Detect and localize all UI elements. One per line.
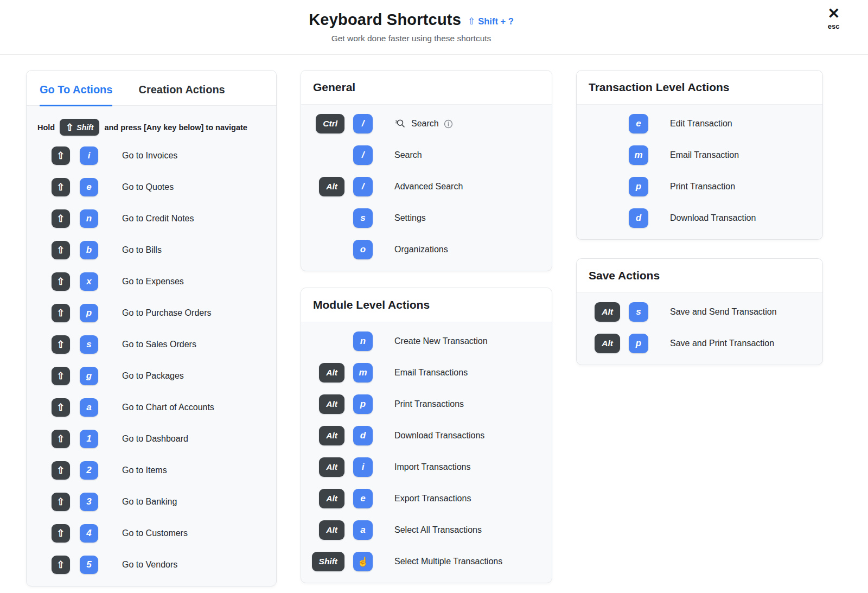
shortcut-label: Save and Print Transaction xyxy=(670,339,774,348)
shift-key-badge: ⇧ xyxy=(52,461,70,480)
shortcut-label: Email Transaction xyxy=(670,150,739,160)
modifier-key-badge: Alt xyxy=(319,394,344,414)
shift-key-badge: ⇧ Shift xyxy=(60,119,99,136)
section-header: Save Actions xyxy=(577,259,822,293)
shortcut-row: ⇧ 4 Go to Customers xyxy=(27,518,276,549)
card-module-level-actions: Module Level Actions n Create New Transa… xyxy=(301,288,552,583)
shift-key-badge: ⇧ xyxy=(52,241,70,259)
shift-icon: ⇧ xyxy=(56,497,65,507)
shortcut-label: Go to Vendors xyxy=(122,560,177,570)
shortcut-label: Create New Transaction xyxy=(394,336,488,346)
shortcut-row: p Print Transaction xyxy=(577,171,822,202)
zia-search-icon xyxy=(394,118,406,130)
shortcut-label: Go to Customers xyxy=(122,528,188,538)
shift-key-badge: ⇧ xyxy=(52,556,70,574)
shift-icon: ⇧ xyxy=(56,528,65,538)
key-badge: i xyxy=(353,457,373,477)
subtitle: Get work done faster using these shortcu… xyxy=(0,34,822,43)
key-badge: / xyxy=(353,145,373,165)
shift-icon: ⇧ xyxy=(56,434,65,444)
card-go-to-actions: Go To Actions Creation Actions Hold ⇧ Sh… xyxy=(26,70,277,586)
section-title: Transaction Level Actions xyxy=(589,81,729,93)
shortcut-label: Search xyxy=(394,150,422,160)
shortcut-row: n Create New Transaction xyxy=(301,326,552,357)
key-badge: s xyxy=(80,335,98,354)
shift-icon: ⇧ xyxy=(56,151,65,161)
shortcut-label: Select Multiple Transactions xyxy=(394,557,502,566)
shortcut-row: ⇧ a Go to Chart of Accounts xyxy=(27,392,276,423)
key-badge: n xyxy=(353,331,373,351)
key-badge: n xyxy=(80,209,98,228)
shift-icon: ⇧ xyxy=(56,214,65,224)
shortcut-label: Organizations xyxy=(394,245,448,254)
shortcut-row: o Organizations xyxy=(301,234,552,265)
shortcut-label: Go to Chart of Accounts xyxy=(122,403,214,412)
shortcut-label: Advanced Search xyxy=(394,182,463,192)
hint-suffix: and press [Any key below] to navigate xyxy=(104,123,247,132)
key-badge: d xyxy=(629,208,648,228)
shift-key-badge: ⇧ xyxy=(52,430,70,448)
shift-icon: ⇧ xyxy=(56,245,65,255)
modifier-key-badge: Alt xyxy=(319,457,344,477)
shift-key-badge: ⇧ xyxy=(52,493,70,511)
card-save-actions: Save Actions Alt s Save and Send Transac… xyxy=(576,258,823,365)
shortcut-label: Go to Packages xyxy=(122,371,184,381)
tab-creation-actions[interactable]: Creation Actions xyxy=(138,84,225,106)
modifier-key-badge: Ctrl xyxy=(316,114,344,133)
info-icon[interactable] xyxy=(444,119,453,129)
modifier-key-badge: Alt xyxy=(319,489,344,508)
shift-icon: ⇧ xyxy=(66,123,74,132)
key-badge: a xyxy=(80,398,98,417)
shortcut-label: Print Transaction xyxy=(670,182,735,192)
modifier-key-badge: Alt xyxy=(319,363,344,382)
shortcut-label: Go to Dashboard xyxy=(122,434,188,444)
shortcut-label: Go to Items xyxy=(122,466,167,475)
shortcut-row: ⇧ n Go to Credit Notes xyxy=(27,203,276,234)
shortcut-row: ⇧ 3 Go to Banking xyxy=(27,486,276,518)
shortcut-label: Go to Expenses xyxy=(122,277,184,286)
shortcut-row: Ctrl / Search xyxy=(301,108,552,139)
modifier-key-badge: Shift xyxy=(312,552,344,571)
key-badge: 4 xyxy=(80,524,98,543)
shortcut-row: Alt / Advanced Search xyxy=(301,171,552,202)
shortcut-label: Download Transaction xyxy=(670,213,756,223)
shift-hint: Hold ⇧ Shift and press [Any key below] t… xyxy=(27,109,276,140)
shortcut-label: Import Transactions xyxy=(394,462,471,472)
shortcut-row: Alt e Export Transactions xyxy=(301,483,552,514)
key-badge: g xyxy=(80,367,98,385)
shortcut-row: ⇧ p Go to Purchase Orders xyxy=(27,297,276,329)
shortcuts-content: Go To Actions Creation Actions Hold ⇧ Sh… xyxy=(0,55,868,586)
shortcut-row: s Settings xyxy=(301,202,552,234)
key-badge: p xyxy=(629,334,648,353)
shortcut-row: Alt s Save and Send Transaction xyxy=(577,296,822,328)
shift-icon: ⇧ xyxy=(56,560,65,570)
shortcut-row: ⇧ i Go to Invoices xyxy=(27,140,276,171)
key-badge: s xyxy=(629,302,648,322)
key-badge: b xyxy=(80,241,98,259)
modifier-key-badge: Alt xyxy=(319,426,344,445)
shift-key-badge: ⇧ xyxy=(52,398,70,417)
shortcut-row: ⇧ b Go to Bills xyxy=(27,234,276,266)
card-general: General Ctrl / Search xyxy=(301,70,552,271)
left-panel-tabs: Go To Actions Creation Actions xyxy=(27,71,276,106)
close-button[interactable]: ✕ esc xyxy=(827,7,840,30)
key-badge: e xyxy=(353,489,373,508)
shortcut-label: Download Transactions xyxy=(394,431,484,441)
key-badge: p xyxy=(80,304,98,322)
click-pointer-icon: ☝ xyxy=(357,557,368,566)
tab-go-to-actions[interactable]: Go To Actions xyxy=(40,84,112,106)
shortcut-label: Go to Bills xyxy=(122,245,162,255)
shortcut-row: d Download Transaction xyxy=(577,202,822,234)
section-header: Transaction Level Actions xyxy=(577,71,822,105)
shortcut-row: Alt i Import Transactions xyxy=(301,451,552,483)
key-badge: ☝ xyxy=(353,552,373,571)
shortcut-label: Go to Purchase Orders xyxy=(122,308,212,318)
shortcut-row: Shift ☝ Select Multiple Transactions xyxy=(301,546,552,577)
shift-key-badge: ⇧ xyxy=(52,178,70,196)
key-badge: e xyxy=(80,178,98,196)
section-title: Save Actions xyxy=(589,269,660,282)
key-badge: s xyxy=(353,208,373,228)
key-badge: a xyxy=(353,520,373,540)
key-badge: p xyxy=(629,177,648,196)
key-badge: 1 xyxy=(80,430,98,448)
